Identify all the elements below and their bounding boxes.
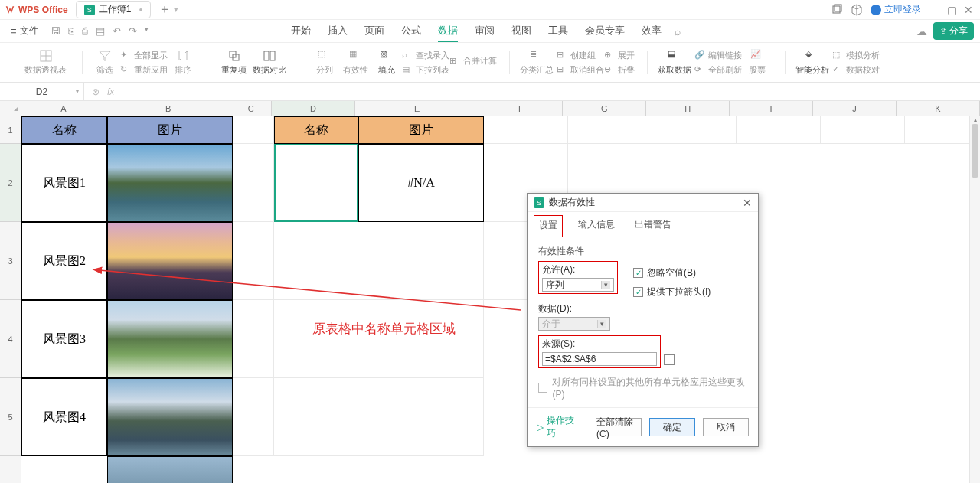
col-header-h[interactable]: H — [646, 101, 730, 116]
ribbon-stocks[interactable]: 📈股票 — [742, 49, 773, 76]
cell-c5[interactable] — [233, 378, 274, 456]
col-header-d[interactable]: D — [272, 101, 355, 116]
cell-b2-image[interactable] — [107, 144, 233, 222]
cell-c4[interactable] — [233, 300, 274, 378]
ok-button[interactable]: 确定 — [649, 418, 695, 436]
cell-d2-selected[interactable] — [274, 144, 358, 222]
apply-all-checkbox[interactable]: ✓ — [538, 383, 547, 393]
cell-a3[interactable]: 风景图2 — [21, 222, 107, 300]
cell-b6-image-partial[interactable] — [107, 456, 233, 483]
ribbon-fill[interactable]: ▧填充 — [371, 49, 402, 76]
col-header-k[interactable]: K — [897, 101, 980, 116]
allow-combobox[interactable]: 序列 — [542, 278, 614, 292]
cell-d5[interactable] — [274, 378, 358, 456]
cell-a1[interactable]: 名称 — [21, 116, 107, 144]
close-window-button[interactable]: ✕ — [962, 4, 975, 16]
print-icon[interactable]: ⎙ — [82, 25, 88, 37]
login-link[interactable]: 立即登录 — [871, 3, 921, 16]
scroll-thumb[interactable] — [972, 124, 978, 178]
tips-link[interactable]: ▷ 操作技巧 — [537, 414, 580, 440]
redo-icon[interactable]: ↷ — [129, 25, 137, 37]
fx-function-icon[interactable]: fx — [107, 86, 114, 97]
cell-e1[interactable]: 图片 — [358, 116, 484, 144]
source-input[interactable]: =$A$2:$A$6 — [542, 352, 657, 366]
maximize-button[interactable]: ▢ — [946, 4, 959, 16]
ribbon-dropdown-list[interactable]: ▤下拉列表 — [402, 64, 449, 76]
cube-icon[interactable] — [851, 4, 863, 16]
cancel-button[interactable]: 取消 — [703, 418, 749, 436]
cell-i1[interactable] — [737, 116, 821, 144]
col-header-b[interactable]: B — [106, 101, 230, 116]
cell-c3[interactable] — [233, 222, 274, 300]
cell-d3[interactable] — [274, 222, 358, 300]
ribbon-find-entry[interactable]: ⌕查找录入 — [402, 50, 449, 61]
print-preview-icon[interactable]: ▤ — [96, 25, 105, 37]
cell-e4[interactable] — [358, 300, 484, 378]
vertical-scrollbar[interactable]: ▴ — [969, 116, 980, 483]
cell-f1[interactable] — [484, 116, 568, 144]
col-header-c[interactable]: C — [230, 101, 272, 116]
new-tab-button[interactable]: ＋ — [158, 2, 171, 18]
menu-tab-formula[interactable]: 公式 — [401, 21, 421, 42]
ribbon-validity[interactable]: ▦有效性 — [340, 49, 371, 76]
ribbon-split-column[interactable]: ⬚分列 — [309, 49, 340, 76]
cell-a4[interactable]: 风景图3 — [21, 300, 107, 378]
undo-icon[interactable]: ↶ — [113, 25, 121, 37]
menu-tab-insert[interactable]: 插入 — [328, 21, 348, 42]
cell-e3[interactable] — [358, 222, 484, 300]
cell-b3-image[interactable] — [107, 222, 233, 300]
save-icon[interactable]: 🖫 — [51, 25, 60, 37]
ribbon-data-check[interactable]: ✓数据校对 — [832, 64, 880, 76]
row-header-5[interactable]: 5 — [0, 378, 21, 456]
ribbon-edit-link[interactable]: 🔗编辑链接 — [694, 50, 742, 61]
tabs-menu-icon[interactable]: ▾ — [174, 5, 178, 15]
ribbon-data-compare[interactable]: 数据对比 — [250, 49, 289, 76]
cell-e2[interactable]: #N/A — [358, 144, 484, 222]
ribbon-refresh-all[interactable]: ⟳全部刷新 — [694, 64, 742, 76]
menu-tab-view[interactable]: 视图 — [511, 21, 531, 42]
dialog-tab-settings[interactable]: 设置 — [534, 215, 563, 237]
menu-tab-tools[interactable]: 工具 — [548, 21, 568, 42]
ribbon-sort[interactable]: 排序 — [168, 49, 198, 76]
cell-h1[interactable] — [652, 116, 737, 144]
cell-j1[interactable] — [821, 116, 905, 144]
col-header-e[interactable]: E — [355, 101, 479, 116]
menu-tab-review[interactable]: 审阅 — [475, 21, 495, 42]
export-icon[interactable]: ⎘ — [68, 25, 74, 37]
ribbon-create-group[interactable]: ⊞创建组 — [557, 50, 604, 61]
menu-tab-member[interactable]: 会员专享 — [585, 21, 625, 42]
row-header-2[interactable]: 2 — [0, 144, 21, 222]
dialog-close-button[interactable]: ✕ — [743, 197, 752, 209]
row-header-4[interactable]: 4 — [0, 300, 21, 378]
row-header-3[interactable]: 3 — [0, 222, 21, 300]
tab-close-dot-icon[interactable]: ● — [139, 6, 142, 13]
in-cell-dropdown-checkbox[interactable]: ✓提供下拉箭头(I) — [633, 286, 710, 299]
select-all-corner[interactable] — [0, 101, 21, 116]
cell-e5[interactable] — [358, 378, 484, 456]
range-picker-icon[interactable] — [664, 354, 675, 365]
dialog-titlebar[interactable]: S 数据有效性 ✕ — [528, 194, 758, 212]
col-header-j[interactable]: J — [813, 101, 897, 116]
col-header-i[interactable]: I — [730, 101, 813, 116]
menu-tab-start[interactable]: 开始 — [291, 21, 311, 42]
dialog-tab-error-alert[interactable]: 出错警告 — [630, 215, 676, 237]
ribbon-get-data[interactable]: ⬓获取数据 — [655, 49, 694, 76]
ribbon-filter[interactable]: 筛选 — [90, 49, 120, 76]
file-menu[interactable]: ≡ 文件 — [6, 23, 43, 39]
cell-a5[interactable]: 风景图4 — [21, 378, 107, 456]
row-header-1[interactable]: 1 — [0, 116, 21, 144]
ribbon-expand[interactable]: ⊕展开 — [604, 50, 635, 61]
cell-b5-image[interactable] — [107, 378, 233, 456]
cloud-icon[interactable]: ☁ — [916, 25, 927, 38]
name-box[interactable]: D2 — [0, 83, 84, 100]
menu-tab-efficiency[interactable]: 效率 — [642, 21, 662, 42]
cell-g1[interactable] — [568, 116, 652, 144]
fx-cancel-icon[interactable]: ⊗ — [92, 86, 100, 97]
ribbon-what-if[interactable]: ⬚模拟分析 — [832, 50, 880, 61]
menu-tab-page[interactable]: 页面 — [364, 21, 384, 42]
window-clone-icon[interactable] — [831, 4, 843, 16]
cell-d1[interactable]: 名称 — [274, 116, 358, 144]
ribbon-ungroup[interactable]: ⊟取消组合 — [557, 64, 604, 76]
ribbon-collapse[interactable]: ⊖折叠 — [604, 64, 635, 76]
qa-more-icon[interactable]: ▾ — [145, 25, 149, 37]
